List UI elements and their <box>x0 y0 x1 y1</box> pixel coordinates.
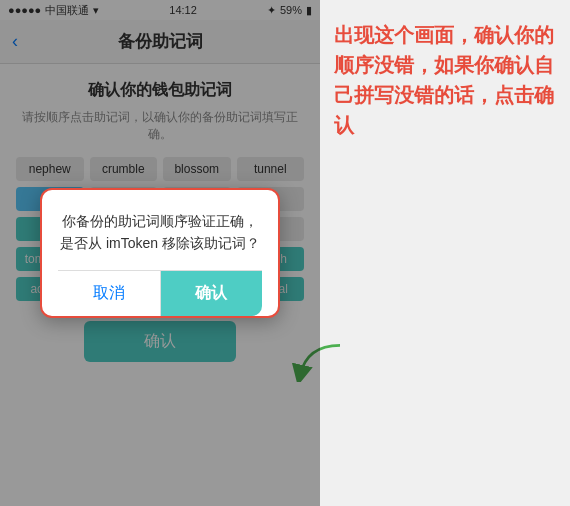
modal-confirm-button[interactable]: 确认 <box>161 271 263 316</box>
modal-dialog: 你备份的助记词顺序验证正确，是否从 imToken 移除该助记词？ 取消 确认 <box>40 188 280 319</box>
annotation-panel: 出现这个画面，确认你的顺序没错，如果你确认自己拼写没错的话，点击确认 <box>320 0 570 506</box>
annotation-text: 出现这个画面，确认你的顺序没错，如果你确认自己拼写没错的话，点击确认 <box>334 20 556 140</box>
phone-screen: ●●●●● 中国联通 ▾ 14:12 ✦ 59% ▮ ‹ 备份助记词 确认你的钱… <box>0 0 320 506</box>
modal-cancel-button[interactable]: 取消 <box>58 271 161 316</box>
modal-overlay: 你备份的助记词顺序验证正确，是否从 imToken 移除该助记词？ 取消 确认 <box>0 0 320 506</box>
modal-buttons: 取消 确认 <box>58 270 262 316</box>
modal-message: 你备份的助记词顺序验证正确，是否从 imToken 移除该助记词？ <box>58 210 262 255</box>
